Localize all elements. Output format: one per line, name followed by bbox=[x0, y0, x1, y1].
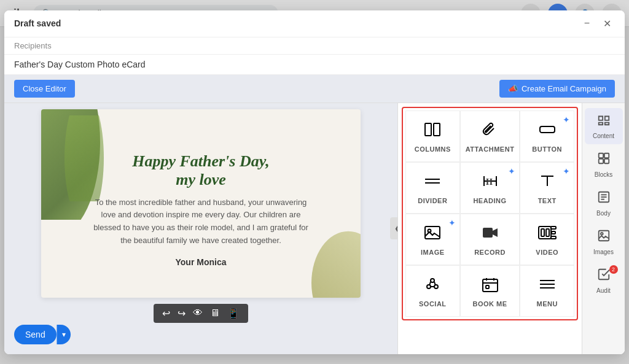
grid-item-image[interactable]: IMAGE ✦ bbox=[405, 214, 460, 265]
svg-rect-0 bbox=[425, 123, 431, 136]
send-dropdown-button[interactable]: ▾ bbox=[57, 325, 71, 344]
button-icon bbox=[537, 120, 557, 142]
grid-item-text[interactable]: TEXT ✦ bbox=[520, 162, 574, 214]
social-icon bbox=[423, 274, 442, 296]
create-campaign-label: Create Email Campaign bbox=[522, 84, 606, 93]
body-sidebar-label: Body bbox=[596, 210, 611, 217]
collapse-panel-button[interactable]: ❮ bbox=[390, 217, 397, 239]
svg-rect-15 bbox=[541, 229, 544, 236]
audit-sidebar-icon bbox=[597, 268, 611, 285]
grid-item-button[interactable]: BUTTON ✦ bbox=[520, 110, 574, 162]
menu-label: MENU bbox=[536, 300, 557, 308]
record-icon bbox=[480, 223, 500, 245]
svg-rect-23 bbox=[483, 279, 498, 292]
grid-item-record[interactable]: RECORD bbox=[460, 214, 520, 265]
modal-header: Draft saved − ✕ bbox=[4, 10, 625, 37]
columns-label: COLUMNS bbox=[415, 145, 451, 153]
grid-item-divider[interactable]: DIVIDER bbox=[405, 162, 460, 214]
blocks-sidebar-icon bbox=[597, 152, 611, 169]
grid-item-video[interactable]: VIDEO bbox=[520, 214, 574, 265]
svg-rect-31 bbox=[598, 153, 603, 157]
svg-text:H: H bbox=[486, 177, 493, 187]
sidebar-item-body[interactable]: Body bbox=[585, 185, 623, 222]
content-sidebar-label: Content bbox=[593, 133, 614, 139]
columns-icon bbox=[423, 120, 442, 142]
grid-item-attachment[interactable]: ATTACHMENT bbox=[460, 110, 520, 162]
editor-toolbar: Close Editor 📣 Create Email Campaign bbox=[4, 75, 625, 103]
sidebar-item-audit[interactable]: Audit 2 bbox=[585, 263, 623, 299]
modal-overlay: Draft saved − ✕ Recipients Father's Day … bbox=[0, 0, 629, 364]
grid-item-heading[interactable]: H HEADING ✦ bbox=[460, 162, 520, 214]
subject-text: Father's Day Custom Photo eCard bbox=[14, 60, 146, 69]
grid-item-columns[interactable]: COLUMNS bbox=[405, 110, 460, 162]
svg-rect-1 bbox=[434, 123, 440, 136]
preview-icon[interactable]: 👁 bbox=[193, 308, 203, 319]
desktop-icon[interactable]: 🖥 bbox=[210, 308, 220, 319]
svg-rect-18 bbox=[551, 236, 556, 239]
sidebar-item-blocks[interactable]: Blocks bbox=[585, 147, 623, 183]
sidebar-item-content[interactable]: Content bbox=[585, 108, 623, 144]
audit-badge: 2 bbox=[609, 265, 618, 274]
email-preview: Happy Father's Day, my love To the most … bbox=[4, 103, 397, 354]
content-grid-container: COLUMNS ATTACHMENT BUTTON ✦ DIVIDER H HE… bbox=[402, 107, 578, 320]
svg-rect-2 bbox=[540, 126, 555, 133]
sidebar-item-images[interactable]: Images bbox=[585, 224, 623, 260]
heading-badge: ✦ bbox=[508, 166, 515, 176]
grid-item-bookme[interactable]: BOOK ME bbox=[460, 265, 520, 317]
grid-item-social[interactable]: SOCIAL bbox=[405, 265, 460, 317]
audit-sidebar-label: Audit bbox=[596, 287, 611, 294]
minimize-button[interactable]: − bbox=[580, 17, 593, 30]
svg-point-20 bbox=[427, 285, 431, 288]
svg-rect-33 bbox=[598, 158, 603, 163]
mobile-icon[interactable]: 📱 bbox=[227, 308, 240, 319]
heading-label: HEADING bbox=[473, 197, 506, 204]
close-modal-button[interactable]: ✕ bbox=[600, 17, 615, 31]
text-icon bbox=[537, 171, 557, 193]
undo-icon[interactable]: ↩ bbox=[162, 308, 170, 319]
modal-body: Happy Father's Day, my love To the most … bbox=[4, 103, 625, 354]
modal-controls: − ✕ bbox=[580, 17, 615, 31]
modal-title: Draft saved bbox=[14, 18, 580, 28]
blocks-sidebar-label: Blocks bbox=[595, 171, 612, 178]
images-sidebar-icon bbox=[597, 229, 611, 246]
email-card-inner: Happy Father's Day, my love To the most … bbox=[41, 109, 361, 298]
menu-icon bbox=[537, 274, 557, 296]
svg-point-21 bbox=[434, 285, 438, 288]
email-heading: Happy Father's Day, my love bbox=[66, 152, 336, 189]
image-label: IMAGE bbox=[421, 249, 445, 256]
email-card: Happy Father's Day, my love To the most … bbox=[41, 109, 361, 298]
close-editor-button[interactable]: Close Editor bbox=[14, 80, 75, 98]
megaphone-icon: 📣 bbox=[508, 84, 518, 93]
content-grid: COLUMNS ATTACHMENT BUTTON ✦ DIVIDER H HE… bbox=[403, 108, 577, 319]
compose-modal: Draft saved − ✕ Recipients Father's Day … bbox=[4, 10, 625, 354]
svg-rect-16 bbox=[546, 229, 549, 236]
social-label: SOCIAL bbox=[419, 300, 447, 308]
content-sidebar-icon bbox=[597, 113, 611, 130]
send-label: Send bbox=[25, 330, 45, 339]
sidebar-icons: Content Blocks Body Images Audit 2 bbox=[582, 103, 625, 354]
grid-item-menu[interactable]: MENU bbox=[520, 265, 574, 317]
attachment-icon bbox=[480, 120, 500, 142]
divider-label: DIVIDER bbox=[418, 197, 447, 204]
svg-rect-27 bbox=[486, 285, 489, 288]
video-icon bbox=[537, 223, 557, 245]
redo-icon[interactable]: ↪ bbox=[178, 308, 186, 319]
image-badge: ✦ bbox=[448, 218, 456, 228]
email-signature: Your Monica bbox=[66, 257, 336, 267]
send-button[interactable]: Send bbox=[14, 325, 57, 344]
svg-rect-13 bbox=[483, 228, 493, 238]
image-icon bbox=[423, 223, 442, 245]
svg-rect-17 bbox=[551, 227, 556, 229]
create-campaign-button[interactable]: 📣 Create Email Campaign bbox=[499, 80, 615, 98]
recipients-label: Recipients bbox=[14, 41, 52, 50]
heading-icon: H bbox=[480, 171, 500, 193]
svg-rect-34 bbox=[604, 158, 608, 163]
text-label: TEXT bbox=[538, 197, 557, 204]
recipients-row: Recipients bbox=[4, 37, 625, 55]
text-badge: ✦ bbox=[563, 166, 570, 176]
svg-rect-39 bbox=[598, 230, 609, 241]
svg-point-40 bbox=[600, 232, 603, 234]
images-sidebar-label: Images bbox=[593, 249, 614, 255]
subject-row[interactable]: Father's Day Custom Photo eCard bbox=[4, 55, 625, 75]
button-badge: ✦ bbox=[563, 115, 570, 125]
